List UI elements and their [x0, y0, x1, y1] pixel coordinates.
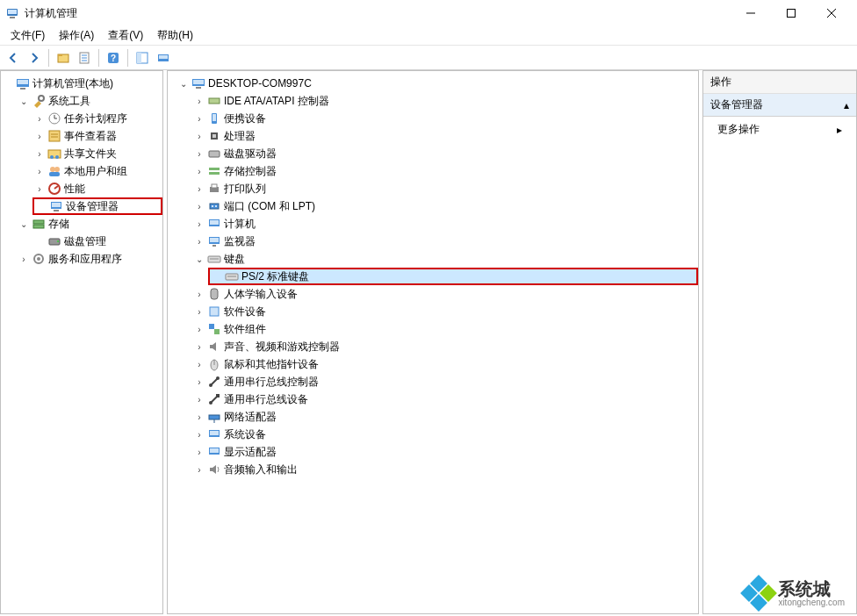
device-node-swdev[interactable]: ›软件设备	[192, 303, 698, 320]
close-button[interactable]	[811, 0, 852, 26]
caret-right-icon[interactable]: ›	[194, 236, 205, 247]
caret-down-icon[interactable]: ⌄	[178, 78, 189, 89]
menu-view[interactable]: 查看(V)	[101, 26, 150, 45]
svg-rect-18	[159, 55, 168, 59]
toolbar-view1-button[interactable]	[133, 48, 152, 68]
toolbar-help-button[interactable]: ?	[104, 48, 123, 68]
menu-help[interactable]: 帮助(H)	[150, 26, 200, 45]
caret-right-icon[interactable]: ›	[194, 148, 205, 159]
caret-right-icon[interactable]: ›	[194, 201, 205, 211]
tree-node-diskmgmt[interactable]: ›磁盘管理	[32, 233, 162, 250]
svg-rect-4	[788, 10, 796, 18]
device-node-sysdev[interactable]: ›系统设备	[192, 426, 698, 443]
tree-node-users[interactable]: ›本地用户和组	[32, 162, 162, 180]
device-node-usb-dev[interactable]: ›通用串行总线设备	[192, 390, 698, 408]
tree-node-task[interactable]: ›任务计划程序	[32, 110, 162, 127]
svg-rect-58	[212, 184, 217, 188]
node-label: 端口 (COM 和 LPT)	[224, 199, 315, 214]
actions-more-item[interactable]: 更多操作 ▸	[703, 117, 856, 142]
tree-node-tools[interactable]: ⌄ 系统工具	[17, 92, 162, 110]
device-node-drive[interactable]: ›磁盘驱动器	[192, 145, 698, 162]
device-node-keyboard[interactable]: ⌄ 键盘	[192, 250, 698, 268]
caret-right-icon[interactable]: ›	[194, 131, 205, 141]
node-label: 通用串行总线设备	[224, 392, 308, 407]
tree-node-services[interactable]: › 服务和应用程序	[17, 250, 162, 268]
device-node-ps2-keyboard[interactable]: ›PS/2 标准键盘	[208, 268, 698, 285]
device-node-ports[interactable]: ›端口 (COM 和 LPT)	[192, 197, 698, 215]
device-node-hid[interactable]: ›人体学输入设备	[192, 285, 698, 303]
caret-down-icon[interactable]: ⌄	[18, 218, 29, 229]
caret-right-icon[interactable]: ›	[194, 289, 205, 299]
device-node-portable[interactable]: ›便携设备	[192, 110, 698, 127]
toolbar-up-button[interactable]	[54, 48, 73, 68]
maximize-button[interactable]	[771, 0, 811, 26]
tree-node-shared[interactable]: ›共享文件夹	[32, 145, 162, 162]
tree-node-device-manager[interactable]: ›设备管理器	[32, 197, 162, 215]
toolbar-back-button[interactable]	[4, 48, 23, 68]
storage-icon	[32, 217, 46, 231]
keyboard-icon	[225, 269, 239, 283]
device-node-printq[interactable]: ›打印队列	[192, 180, 698, 197]
services-icon	[32, 252, 46, 266]
caret-right-icon[interactable]: ›	[34, 113, 45, 124]
network-icon	[207, 410, 221, 424]
caret-right-icon[interactable]: ›	[194, 218, 205, 229]
device-node-monitor[interactable]: ›监视器	[192, 233, 698, 250]
caret-right-icon[interactable]: ›	[194, 376, 205, 387]
menu-file[interactable]: 文件(F)	[4, 26, 52, 45]
tree-node-event[interactable]: ›事件查看器	[32, 127, 162, 145]
caret-right-icon[interactable]: ›	[194, 447, 205, 457]
device-node-ide[interactable]: ›IDE ATA/ATAPI 控制器	[192, 92, 698, 110]
tree-node-root[interactable]: ▸ 计算机管理(本地)	[1, 75, 162, 92]
caret-right-icon[interactable]: ›	[194, 324, 205, 334]
actions-section[interactable]: 设备管理器 ▴	[703, 94, 856, 117]
svg-rect-51	[212, 114, 216, 121]
users-icon	[47, 164, 61, 178]
device-node-computer[interactable]: ›计算机	[192, 215, 698, 233]
caret-right-icon[interactable]: ›	[34, 183, 45, 194]
caret-right-icon[interactable]: ›	[194, 394, 205, 405]
toolbar-view2-button[interactable]	[154, 48, 173, 68]
caret-right-icon[interactable]: ›	[194, 96, 205, 106]
caret-right-icon[interactable]: ›	[194, 166, 205, 176]
caret-down-icon[interactable]: ⌄	[194, 254, 205, 264]
svg-rect-2	[10, 17, 15, 18]
device-node-display[interactable]: ›显示适配器	[192, 443, 698, 461]
caret-right-icon[interactable]: ›	[34, 166, 45, 176]
caret-right-icon[interactable]: ›	[194, 341, 205, 352]
minimize-button[interactable]	[731, 0, 771, 26]
caret-right-icon[interactable]: ›	[34, 148, 45, 159]
keyboard-icon	[207, 252, 221, 266]
caret-right-icon[interactable]: ›	[194, 429, 205, 440]
caret-right-icon[interactable]: ›	[34, 131, 45, 141]
node-label: 共享文件夹	[64, 147, 117, 161]
caret-right-icon[interactable]: ›	[194, 183, 205, 194]
usb-icon	[207, 392, 221, 406]
device-node-usb-ctrl[interactable]: ›通用串行总线控制器	[192, 373, 698, 390]
tree-node-storage[interactable]: ⌄ 存储	[17, 215, 162, 233]
node-label: PS/2 标准键盘	[241, 269, 309, 284]
caret-right-icon[interactable]: ›	[194, 359, 205, 369]
device-node-sound[interactable]: ›声音、视频和游戏控制器	[192, 338, 698, 355]
toolbar-properties-button[interactable]	[75, 48, 94, 68]
node-label: 服务和应用程序	[48, 252, 122, 267]
caret-right-icon[interactable]: ›	[194, 464, 205, 475]
device-node-swcomp[interactable]: ›软件组件	[192, 320, 698, 338]
port-icon	[207, 199, 221, 213]
svg-line-36	[54, 186, 58, 189]
device-node-audio-io[interactable]: ›音频输入和输出	[192, 461, 698, 478]
eventlog-icon	[47, 129, 61, 143]
toolbar-forward-button[interactable]	[25, 48, 44, 68]
caret-right-icon[interactable]: ›	[194, 306, 205, 317]
menu-action[interactable]: 操作(A)	[52, 26, 101, 45]
caret-right-icon[interactable]: ›	[194, 113, 205, 124]
device-node-storage-ctrl[interactable]: ›存储控制器	[192, 162, 698, 180]
device-node-mouse[interactable]: ›鼠标和其他指针设备	[192, 355, 698, 373]
device-node-host[interactable]: ⌄ DESKTOP-COM997C	[176, 75, 698, 92]
caret-down-icon[interactable]: ⌄	[18, 96, 29, 106]
device-node-net[interactable]: ›网络适配器	[192, 408, 698, 426]
tree-node-perf[interactable]: ›性能	[32, 180, 162, 197]
caret-right-icon[interactable]: ›	[194, 412, 205, 422]
device-node-cpu[interactable]: ›处理器	[192, 127, 698, 145]
caret-right-icon[interactable]: ›	[18, 254, 29, 264]
